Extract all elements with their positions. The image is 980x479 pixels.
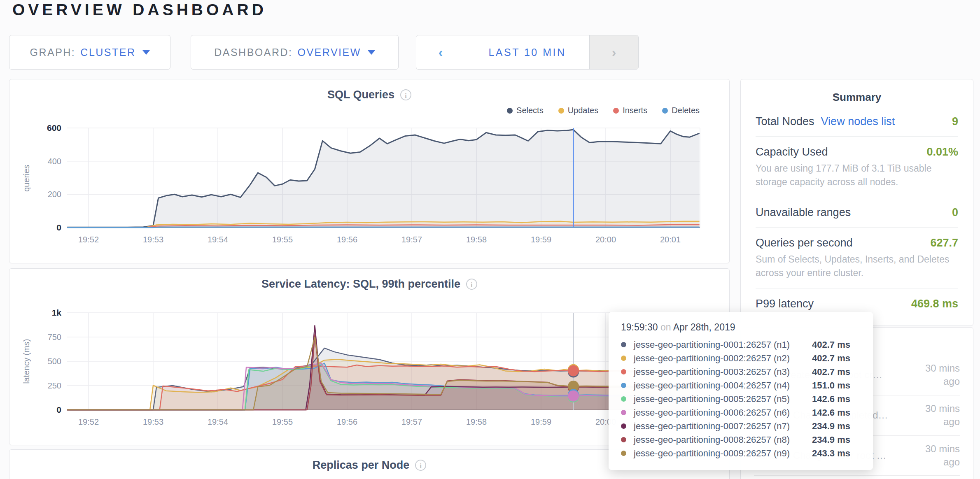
- svg-text:0: 0: [56, 405, 61, 414]
- tooltip-row: jesse-geo-partitioning-0005:26257 (n5)14…: [621, 392, 861, 406]
- tooltip-node-value: 402.7 ms: [812, 367, 861, 377]
- summary-title: Summary: [741, 91, 973, 104]
- page-title: OVERVIEW DASHBOARD: [12, 1, 267, 19]
- svg-text:20:00: 20:00: [595, 235, 616, 244]
- svg-text:0: 0: [56, 223, 61, 232]
- summary-row-total-nodes: Total Nodes View nodes list 9: [756, 106, 958, 136]
- svg-text:19:52: 19:52: [78, 235, 99, 244]
- tooltip-node-value: 234.9 ms: [812, 435, 861, 445]
- tooltip-node-name: jesse-geo-partitioning-0005:26257 (n5): [634, 394, 790, 405]
- tooltip-node-name: jesse-geo-partitioning-0004:26257 (n4): [634, 380, 790, 391]
- dashboard-controls: GRAPH: CLUSTER DASHBOARD: OVERVIEW ‹ LAS…: [9, 35, 639, 70]
- tooltip-node-name: jesse-geo-partitioning-0001:26257 (n1): [634, 339, 790, 350]
- tooltip-rows: jesse-geo-partitioning-0001:26257 (n1)40…: [621, 338, 861, 460]
- info-icon[interactable]: i: [415, 460, 426, 471]
- timespan-selector: ‹ LAST 10 MIN ›: [416, 35, 639, 70]
- series-dot-icon: [621, 410, 626, 415]
- tooltip-node-value: 234.9 ms: [812, 421, 861, 432]
- svg-text:1k: 1k: [52, 308, 62, 317]
- summary-row-qps: Queries per second 627.7 Sum of Selects,…: [756, 227, 958, 288]
- dashboard-dropdown-label: DASHBOARD:: [214, 47, 292, 58]
- unavailable-ranges-value: 0: [952, 206, 958, 219]
- svg-text:19:59: 19:59: [531, 417, 551, 426]
- graph-dropdown-label: GRAPH:: [30, 47, 75, 58]
- event-time: 30 mins ago: [911, 442, 960, 469]
- series-dot-icon: [621, 451, 626, 456]
- chevron-down-icon: [368, 50, 375, 55]
- svg-text:19:59: 19:59: [531, 235, 551, 244]
- event-time: 30 mins ago: [911, 362, 960, 388]
- series-dot-icon: [621, 342, 626, 347]
- svg-text:500: 500: [48, 357, 61, 366]
- tooltip-node-name: jesse-geo-partitioning-0006:26257 (n6): [634, 407, 790, 418]
- qps-value: 627.7: [930, 237, 958, 249]
- tooltip-node-value: 151.0 ms: [812, 380, 861, 391]
- svg-text:19:52: 19:52: [78, 417, 99, 426]
- view-nodes-list-link[interactable]: View nodes list: [821, 115, 895, 128]
- timespan-label[interactable]: LAST 10 MIN: [465, 35, 590, 69]
- tooltip-row: jesse-geo-partitioning-0008:26257 (n8)23…: [621, 433, 861, 446]
- svg-text:19:57: 19:57: [401, 417, 422, 426]
- svg-text:19:56: 19:56: [337, 417, 357, 426]
- svg-text:250: 250: [48, 381, 61, 390]
- svg-text:750: 750: [48, 333, 61, 342]
- dashboard-dropdown-value: OVERVIEW: [298, 47, 361, 58]
- tooltip-node-name: jesse-geo-partitioning-0002:26257 (n2): [634, 353, 790, 364]
- tooltip-node-name: jesse-geo-partitioning-0003:26257 (n3): [634, 367, 790, 377]
- svg-text:19:58: 19:58: [466, 417, 487, 426]
- tooltip-node-value: 142.6 ms: [812, 394, 861, 405]
- series-dot-icon: [621, 396, 626, 402]
- sql-queries-chart[interactable]: 19:5219:5319:5419:5519:5619:5719:5819:59…: [9, 79, 730, 264]
- tooltip-time: 19:59:30: [621, 322, 658, 333]
- chevron-down-icon: [142, 50, 150, 55]
- series-dot-icon: [621, 356, 626, 361]
- summary-row-capacity: Capacity Used 0.01% You are using 177.7 …: [756, 136, 958, 197]
- tooltip-node-name: jesse-geo-partitioning-0007:26257 (n7): [634, 421, 790, 432]
- tooltip-node-value: 402.7 ms: [812, 353, 861, 364]
- svg-text:19:55: 19:55: [272, 235, 293, 244]
- capacity-used-label: Capacity Used: [756, 146, 828, 158]
- svg-text:19:54: 19:54: [208, 235, 228, 244]
- series-dot-icon: [621, 383, 626, 388]
- svg-text:19:56: 19:56: [337, 235, 357, 244]
- svg-text:queries: queries: [22, 165, 31, 192]
- capacity-used-desc: You are using 177.7 MiB of 3.1 TiB usabl…: [756, 162, 958, 188]
- event-row: Table Created: User root cr…30 mins ago: [754, 475, 960, 479]
- svg-text:19:53: 19:53: [143, 417, 163, 426]
- svg-text:19:58: 19:58: [466, 235, 487, 244]
- svg-text:latency (ms): latency (ms): [22, 339, 31, 384]
- tooltip-date: Apr 28th, 2019: [673, 322, 735, 333]
- total-nodes-value: 9: [952, 115, 958, 128]
- tooltip-header: 19:59:30 on Apr 28th, 2019: [621, 322, 861, 333]
- tooltip-row: jesse-geo-partitioning-0004:26257 (n4)15…: [621, 379, 861, 392]
- svg-text:400: 400: [48, 157, 61, 166]
- p99-latency-value: 469.8 ms: [911, 298, 958, 310]
- svg-text:19:54: 19:54: [208, 417, 228, 426]
- capacity-used-value: 0.01%: [926, 146, 958, 158]
- svg-text:200: 200: [48, 190, 61, 199]
- qps-desc: Sum of Selects, Updates, Inserts, and De…: [756, 253, 958, 279]
- svg-text:19:57: 19:57: [401, 235, 422, 244]
- tooltip-node-name: jesse-geo-partitioning-0009:26257 (n9): [634, 448, 790, 459]
- replicas-title: Replicas per Node: [313, 459, 410, 472]
- series-dot-icon: [621, 423, 626, 429]
- summary-row-unavailable: Unavailable ranges 0: [756, 197, 958, 227]
- series-dot-icon: [621, 437, 626, 442]
- sql-queries-panel: SQL Queries i SelectsUpdatesInsertsDelet…: [9, 79, 730, 263]
- summary-panel: Summary Total Nodes View nodes list 9 Ca…: [740, 79, 973, 326]
- tooltip-on: on: [660, 322, 673, 333]
- qps-label: Queries per second: [756, 237, 853, 249]
- series-dot-icon: [621, 369, 626, 374]
- total-nodes-label: Total Nodes: [756, 115, 814, 128]
- event-time: 30 mins ago: [911, 402, 960, 429]
- svg-text:19:55: 19:55: [272, 417, 293, 426]
- tooltip-row: jesse-geo-partitioning-0006:26257 (n6)14…: [621, 406, 861, 419]
- svg-text:600: 600: [47, 123, 61, 133]
- timespan-next-button[interactable]: ›: [590, 35, 638, 69]
- unavailable-ranges-label: Unavailable ranges: [756, 206, 851, 219]
- graph-dropdown[interactable]: GRAPH: CLUSTER: [9, 35, 170, 70]
- tooltip-row: jesse-geo-partitioning-0007:26257 (n7)23…: [621, 419, 861, 433]
- tooltip-node-value: 243.3 ms: [812, 448, 861, 459]
- timespan-prev-button[interactable]: ‹: [416, 35, 465, 69]
- dashboard-dropdown[interactable]: DASHBOARD: OVERVIEW: [191, 35, 399, 70]
